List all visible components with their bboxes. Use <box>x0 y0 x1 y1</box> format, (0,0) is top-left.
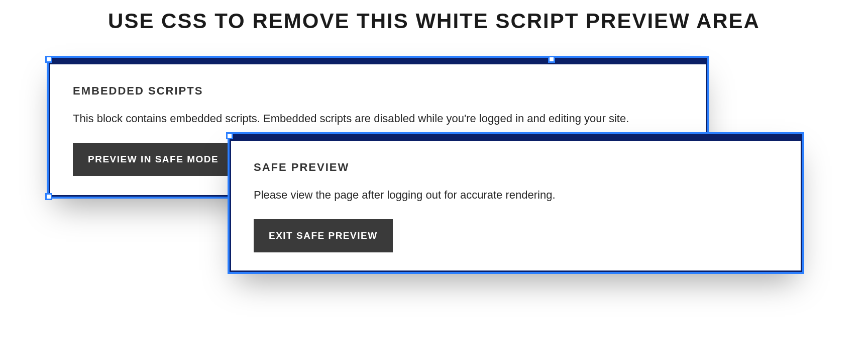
safe-preview-title: SAFE PREVIEW <box>254 161 778 174</box>
resize-handle-bottom-left-icon[interactable] <box>45 193 52 200</box>
embedded-scripts-title: EMBEDDED SCRIPTS <box>73 84 683 98</box>
resize-handle-top-left-icon[interactable] <box>45 56 52 63</box>
safe-preview-content: SAFE PREVIEW Please view the page after … <box>231 141 801 275</box>
safe-preview-block[interactable]: SAFE PREVIEW Please view the page after … <box>231 136 801 270</box>
preview-in-safe-mode-button[interactable]: PREVIEW IN SAFE MODE <box>73 143 234 176</box>
exit-safe-preview-button[interactable]: EXIT SAFE PREVIEW <box>254 219 393 252</box>
safe-preview-description: Please view the page after logging out f… <box>254 187 778 203</box>
page-heading: USE CSS TO REMOVE THIS WHITE SCRIPT PREV… <box>0 9 868 33</box>
embedded-scripts-description: This block contains embedded scripts. Em… <box>73 111 683 127</box>
canvas: USE CSS TO REMOVE THIS WHITE SCRIPT PREV… <box>0 0 868 362</box>
resize-handle-top-right-icon[interactable] <box>548 56 555 63</box>
resize-handle-top-left-icon[interactable] <box>226 132 233 139</box>
